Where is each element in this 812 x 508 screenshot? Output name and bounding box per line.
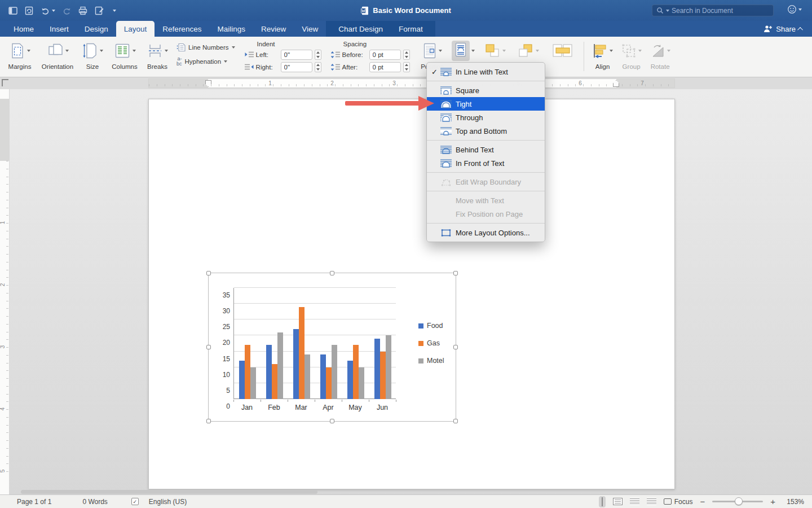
save-icon[interactable] xyxy=(24,6,34,16)
spacing-before-field[interactable] xyxy=(369,50,401,60)
menu-item-in-line-with-text[interactable]: ✓In Line with Text xyxy=(427,65,545,78)
word-count[interactable]: 0 Words xyxy=(82,498,107,506)
tab-selector-icon[interactable] xyxy=(2,79,8,86)
tab-design[interactable]: Design xyxy=(77,21,116,37)
zoom-slider[interactable] xyxy=(712,501,763,502)
zoom-in-button[interactable]: + xyxy=(770,497,775,506)
arrange-overlap-button[interactable] xyxy=(547,41,577,61)
indent-left-stepper[interactable] xyxy=(315,50,321,60)
menu-item-top-and-bottom[interactable]: Top and Bottom xyxy=(427,124,545,138)
outline-view-icon[interactable] xyxy=(630,498,639,505)
columns-button[interactable]: Columns xyxy=(109,41,140,70)
resize-handle-ne[interactable] xyxy=(453,271,458,275)
breaks-button[interactable]: Breaks xyxy=(144,41,170,70)
line-numbers-button[interactable]: Line Numbers xyxy=(176,43,235,52)
menu-item-label: Through xyxy=(456,113,483,122)
menu-item-through[interactable]: Through xyxy=(427,111,545,124)
menu-item-in-front-of-text[interactable]: In Front of Text xyxy=(427,156,545,170)
document-page[interactable]: 05101520253035 JanFebMarAprMayJun FoodGa… xyxy=(148,99,675,489)
resize-handle-se[interactable] xyxy=(453,419,458,423)
language-indicator[interactable]: English (US) xyxy=(149,498,187,506)
resize-handle-n[interactable] xyxy=(330,271,334,275)
indent-right-field[interactable] xyxy=(281,62,312,72)
vruler-top-margin xyxy=(0,99,9,161)
resize-handle-nw[interactable] xyxy=(206,271,211,275)
spacing-before-stepper[interactable] xyxy=(403,50,410,60)
orientation-button[interactable]: Orientation xyxy=(39,41,76,70)
focus-button[interactable]: Focus xyxy=(664,498,693,506)
share-button[interactable]: Share xyxy=(763,21,803,37)
bar-motel xyxy=(332,345,337,399)
zoom-slider-knob[interactable] xyxy=(735,497,743,505)
search-placeholder: Search in Document xyxy=(672,7,733,15)
menu-item-square[interactable]: Square xyxy=(427,84,545,97)
tab-format[interactable]: Format xyxy=(391,21,431,37)
tab-insert[interactable]: Insert xyxy=(42,21,77,37)
vruler-ticks xyxy=(6,161,8,477)
x-axis-label: May xyxy=(348,404,362,411)
spellcheck-icon[interactable]: ✓ xyxy=(131,498,139,505)
send-backward-button[interactable] xyxy=(514,41,543,61)
ribbon-separator xyxy=(584,42,584,71)
menu-item-more-layout-options[interactable]: More Layout Options... xyxy=(427,226,545,239)
zoom-level[interactable]: 153% xyxy=(783,498,804,506)
resize-handle-sw[interactable] xyxy=(206,419,211,423)
resize-handle-w[interactable] xyxy=(206,345,211,349)
toolbar-more-icon[interactable] xyxy=(113,10,116,12)
draft-view-icon[interactable] xyxy=(647,498,656,505)
menu-item-behind-text[interactable]: Behind Text xyxy=(427,143,545,156)
chart-object[interactable]: 05101520253035 JanFebMarAprMayJun FoodGa… xyxy=(208,273,456,422)
bar-food xyxy=(266,345,272,399)
share-label: Share xyxy=(776,25,796,33)
align-button[interactable]: Align xyxy=(590,41,615,70)
indent-left-field[interactable] xyxy=(281,50,312,60)
contextual-tabs: Chart DesignFormat xyxy=(326,21,435,37)
print-icon[interactable] xyxy=(78,6,88,16)
hyphenation-button[interactable]: a-bc Hyphenation xyxy=(176,56,235,67)
margins-button[interactable]: Margins xyxy=(5,41,35,70)
tab-review[interactable]: Review xyxy=(253,21,294,37)
size-button[interactable]: Size xyxy=(80,41,105,70)
bar-food xyxy=(374,339,380,399)
bar-gas xyxy=(353,345,359,399)
resize-handle-s[interactable] xyxy=(330,419,334,423)
quick-access-toolbar xyxy=(8,6,116,16)
bar-group xyxy=(261,288,288,399)
spacing-after-field[interactable] xyxy=(369,62,401,72)
page-indicator[interactable]: Page 1 of 1 xyxy=(17,498,51,506)
spacing-after-stepper[interactable] xyxy=(403,62,410,72)
document-canvas: 12345 05101520253035 JanFebMarAprMayJun … xyxy=(0,89,812,494)
tab-mailings[interactable]: Mailings xyxy=(209,21,253,37)
menu-item-label: Fix Position on Page xyxy=(456,210,523,218)
tab-chart-design[interactable]: Chart Design xyxy=(330,21,391,37)
search-icon xyxy=(656,7,664,14)
search-scope-caret-icon[interactable] xyxy=(666,10,669,12)
collapse-ribbon-icon[interactable] xyxy=(797,27,803,32)
indent-right-stepper[interactable] xyxy=(315,62,321,72)
zoom-out-button[interactable]: − xyxy=(700,497,705,506)
tab-home[interactable]: Home xyxy=(6,21,42,37)
hyphenation-label: Hyphenation xyxy=(185,58,222,65)
undo-icon[interactable] xyxy=(41,6,55,16)
wrap-text-pressed-state xyxy=(452,41,470,61)
y-axis-label: 30 xyxy=(223,307,230,315)
tab-layout[interactable]: Layout xyxy=(116,21,155,37)
bring-forward-button[interactable] xyxy=(480,41,510,61)
feedback-smiley-icon[interactable] xyxy=(787,5,802,14)
size-label: Size xyxy=(86,63,99,70)
resize-handle-e[interactable] xyxy=(453,345,458,349)
tab-references[interactable]: References xyxy=(155,21,209,37)
tab-view[interactable]: View xyxy=(294,21,326,37)
print-layout-view-button[interactable] xyxy=(599,496,606,507)
y-axis-label: 25 xyxy=(223,323,230,331)
menu-item-tight[interactable]: Tight xyxy=(427,97,545,111)
sidebar-icon[interactable] xyxy=(8,6,18,16)
format-painter-icon[interactable] xyxy=(94,6,104,16)
wrap-text-button[interactable] xyxy=(451,41,476,61)
in-front-of-text-icon xyxy=(440,159,452,168)
horizontal-ruler: 1234567 xyxy=(0,77,812,89)
search-input[interactable]: Search in Document xyxy=(652,5,774,16)
horizontal-scrollbar-thumb[interactable] xyxy=(21,490,317,494)
undo-caret-icon[interactable] xyxy=(52,10,55,12)
publishing-view-icon[interactable] xyxy=(613,498,623,505)
